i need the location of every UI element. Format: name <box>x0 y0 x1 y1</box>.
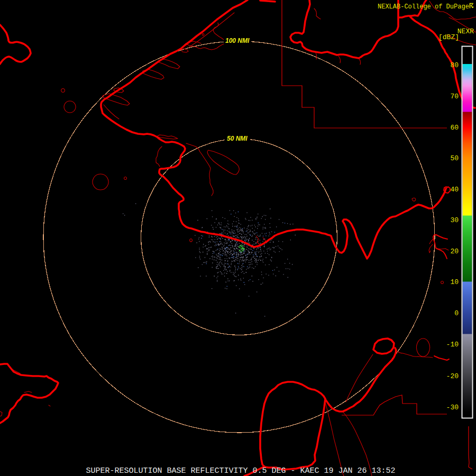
svg-text:70: 70 <box>450 93 459 100</box>
svg-text:10: 10 <box>450 278 459 286</box>
svg-text:-20: -20 <box>446 372 459 380</box>
svg-text:40: 40 <box>450 186 459 194</box>
svg-text:80: 80 <box>450 61 459 69</box>
svg-text:SUPER-RESOLUTION BASE REFLECTI: SUPER-RESOLUTION BASE REFLECTIVITY 0.5 D… <box>86 466 395 475</box>
svg-text:100 NMI: 100 NMI <box>225 37 250 44</box>
svg-text:60: 60 <box>450 124 459 132</box>
svg-text:NEXR: NEXR <box>457 28 474 35</box>
svg-text:50: 50 <box>450 154 459 162</box>
svg-text:-10: -10 <box>446 341 459 349</box>
svg-text:[dBZ]: [dBZ] <box>438 33 459 41</box>
svg-text:0: 0 <box>454 309 459 317</box>
svg-text:-30: -30 <box>446 404 459 411</box>
svg-text:30: 30 <box>450 216 459 224</box>
svg-text:NEXLAB-College of DuPage: NEXLAB-College of DuPage <box>378 3 469 11</box>
svg-text:50 NMI: 50 NMI <box>227 135 248 142</box>
svg-text:20: 20 <box>450 248 459 255</box>
